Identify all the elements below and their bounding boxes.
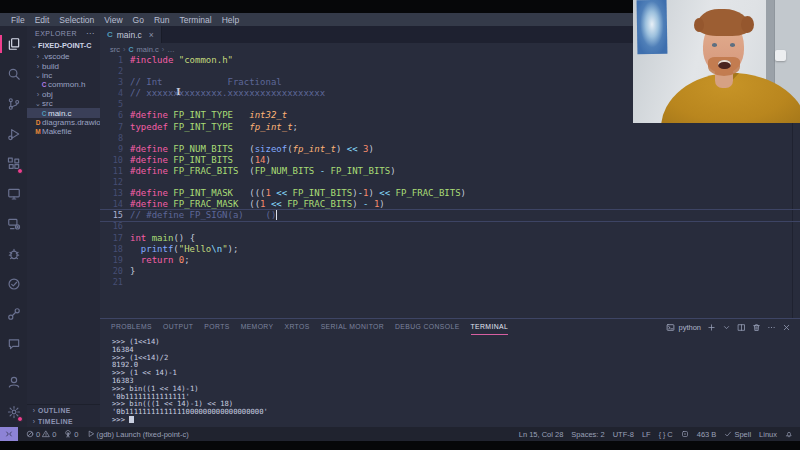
status-item-problems[interactable]: 00 bbox=[22, 427, 60, 441]
activity-icon-testing[interactable] bbox=[0, 269, 27, 299]
status-item-file-size[interactable]: 463 B bbox=[693, 427, 721, 441]
status-label: C bbox=[667, 430, 672, 439]
status-item-eol[interactable]: LF bbox=[638, 427, 655, 441]
terminal-action-trash-icon[interactable] bbox=[752, 323, 761, 332]
code-line-21[interactable]: 21 bbox=[100, 277, 800, 288]
terminal-action-more-icon[interactable] bbox=[767, 323, 776, 332]
tab-main-c[interactable]: C main.c × bbox=[100, 26, 162, 43]
tree-item-obj[interactable]: ›obj bbox=[27, 90, 100, 99]
code-line-14[interactable]: 14#define FP_FRAC_MASK ((1 << FP_FRAC_BI… bbox=[100, 199, 800, 210]
activity-icon-settings-gear[interactable] bbox=[0, 397, 27, 427]
code-line-15[interactable]: 15// #define FP_SIGN(a) () bbox=[100, 210, 800, 221]
code-line-9[interactable]: 9#define FP_NUM_BITS (sizeof(fp_int_t) <… bbox=[100, 144, 800, 155]
terminal-action-plus-icon[interactable] bbox=[707, 323, 716, 332]
tree-item-vscode[interactable]: ›.vscode bbox=[27, 52, 100, 61]
menu-item-go[interactable]: Go bbox=[128, 15, 149, 25]
panel-tab-serial-monitor[interactable]: SERIAL MONITOR bbox=[321, 319, 384, 335]
menu-item-edit[interactable]: Edit bbox=[30, 15, 55, 25]
menu-item-terminal[interactable]: Terminal bbox=[175, 15, 217, 25]
tree-item-diagrams-drawio[interactable]: Ddiagrams.drawio bbox=[27, 118, 100, 127]
menu-item-file[interactable]: File bbox=[6, 15, 30, 25]
tree-root-folder[interactable]: ⌄ FIXED-POINT-C bbox=[27, 40, 100, 51]
status-item-extension-indicator[interactable] bbox=[677, 427, 693, 441]
breadcrumb-separator-icon: › bbox=[123, 45, 126, 54]
code-line-16[interactable]: 16 bbox=[100, 221, 800, 232]
breadcrumb-item-main-c[interactable]: main.c bbox=[137, 45, 159, 54]
breadcrumb-item-src[interactable]: src bbox=[110, 45, 120, 54]
file-type-icon: D bbox=[34, 119, 42, 126]
status-item-ports-indicator[interactable]: 0 bbox=[60, 427, 82, 441]
activity-icon-source-control[interactable] bbox=[0, 89, 27, 119]
status-item-indentation[interactable]: Spaces: 2 bbox=[567, 427, 608, 441]
line-number: 3 bbox=[100, 77, 130, 88]
code-line-20[interactable]: 20} bbox=[100, 266, 800, 277]
tree-item-main-c[interactable]: Cmain.c bbox=[27, 108, 100, 117]
activity-icon-remote-explorer[interactable] bbox=[0, 179, 27, 209]
line-number: 10 bbox=[100, 155, 130, 166]
code-text: int main() { bbox=[130, 233, 195, 244]
activity-icon-files[interactable] bbox=[0, 29, 27, 59]
status-item-encoding[interactable]: UTF-8 bbox=[609, 427, 638, 441]
file-type-icon: C bbox=[40, 110, 48, 117]
terminal-action-close-icon[interactable] bbox=[782, 323, 791, 332]
status-item-platform[interactable]: Linux bbox=[755, 427, 781, 441]
status-label: Linux bbox=[759, 430, 777, 439]
terminal-action-split-icon[interactable] bbox=[737, 323, 746, 332]
code-line-11[interactable]: 11#define FP_FRAC_BITS (FP_NUM_BITS - FP… bbox=[100, 166, 800, 177]
panel-tab-ports[interactable]: PORTS bbox=[204, 319, 229, 335]
status-item-remote-indicator[interactable] bbox=[0, 427, 18, 441]
panel-tab-memory[interactable]: MEMORY bbox=[241, 319, 274, 335]
terminal-action-chevron-down-icon[interactable] bbox=[722, 323, 731, 332]
activity-icon-chat[interactable] bbox=[0, 329, 27, 359]
activity-icon-account[interactable] bbox=[0, 367, 27, 397]
code-text: #include "common.h" bbox=[130, 55, 233, 66]
menu-item-view[interactable]: View bbox=[99, 15, 127, 25]
menu-item-run[interactable]: Run bbox=[149, 15, 175, 25]
panel-tab-problems[interactable]: PROBLEMS bbox=[111, 319, 152, 335]
status-item-spell-checker[interactable]: Spell bbox=[720, 427, 755, 441]
status-item-notifications[interactable] bbox=[781, 427, 797, 441]
menu-item-help[interactable]: Help bbox=[217, 15, 244, 25]
sidebar-section-outline[interactable]: ›OUTLINE bbox=[27, 405, 100, 416]
menu-item-selection[interactable]: Selection bbox=[54, 15, 99, 25]
terminal-line-6: 16383 bbox=[112, 377, 800, 385]
code-line-7[interactable]: 7typedef FP_INT_TYPE fp_int_t; bbox=[100, 122, 800, 133]
chevron-right-icon: › bbox=[30, 407, 38, 414]
code-text: // #define FP_SIGN(a) () bbox=[130, 210, 277, 221]
panel-tab-terminal[interactable]: TERMINAL bbox=[471, 319, 509, 335]
status-item-language-mode[interactable]: { }C bbox=[655, 427, 677, 441]
terminal-output[interactable]: >>> (1<<14)16384>>> (1<<14)/28192.0>>> (… bbox=[100, 335, 800, 427]
code-text: return 0; bbox=[130, 255, 190, 266]
line-number: 20 bbox=[100, 266, 130, 277]
activity-icon-bug[interactable] bbox=[0, 239, 27, 269]
panel-tab-output[interactable]: OUTPUT bbox=[163, 319, 193, 335]
activity-icon-references[interactable] bbox=[0, 299, 27, 329]
status-item-cursor-position[interactable]: Ln 15, Col 28 bbox=[515, 427, 568, 441]
panel-tab-xrtos[interactable]: XRTOS bbox=[285, 319, 310, 335]
activity-icon-search[interactable] bbox=[0, 59, 27, 89]
breadcrumb-item-[interactable]: … bbox=[167, 45, 175, 54]
tree-item-build[interactable]: ›build bbox=[27, 61, 100, 70]
activity-icon-extensions[interactable] bbox=[0, 149, 27, 179]
tree-item-common-h[interactable]: Ccommon.h bbox=[27, 80, 100, 89]
sidebar-section-timeline[interactable]: ›TIMELINE bbox=[27, 416, 100, 427]
activity-icon-run-debug[interactable] bbox=[0, 119, 27, 149]
code-line-19[interactable]: 19 return 0; bbox=[100, 255, 800, 266]
status-bar-right: Ln 15, Col 28Spaces: 2UTF-8LF{ }C463 BSp… bbox=[515, 427, 800, 441]
code-line-10[interactable]: 10#define FP_INT_BITS (14) bbox=[100, 155, 800, 166]
more-actions-icon[interactable]: ⋯ bbox=[86, 29, 95, 38]
code-line-12[interactable]: 12 bbox=[100, 177, 800, 188]
close-icon[interactable]: × bbox=[149, 30, 154, 40]
code-line-17[interactable]: 17int main() { bbox=[100, 233, 800, 244]
tree-item-makefile[interactable]: MMakefile bbox=[27, 127, 100, 136]
tree-item-inc[interactable]: ⌄inc bbox=[27, 71, 100, 80]
status-item-debug-launch[interactable]: (gdb) Launch (fixed-point-c) bbox=[83, 427, 193, 441]
panel-tab-debug-console[interactable]: DEBUG CONSOLE bbox=[395, 319, 460, 335]
activity-icon-device-monitor[interactable] bbox=[0, 209, 27, 239]
code-line-8[interactable]: 8 bbox=[100, 133, 800, 144]
tree-item-src[interactable]: ⌄src bbox=[27, 99, 100, 108]
code-line-13[interactable]: 13#define FP_INT_MASK (((1 << FP_INT_BIT… bbox=[100, 188, 800, 199]
terminal-shell-selector[interactable]: python bbox=[666, 323, 701, 332]
code-line-18[interactable]: 18 printf("Hello\n"); bbox=[100, 244, 800, 255]
sidebar-header: EXPLORER ⋯ bbox=[27, 26, 100, 40]
